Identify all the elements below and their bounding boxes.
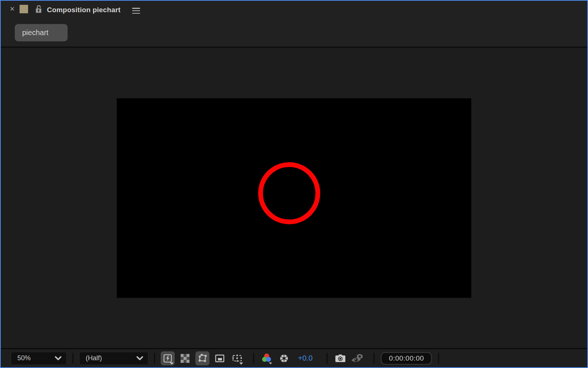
mask-path-icon <box>198 353 208 363</box>
chevron-down-icon <box>55 356 62 361</box>
composition-panel-window: ✕ Composition piechart piechart 50% <box>0 0 588 368</box>
current-time-field[interactable]: 0:00:00:00 <box>381 352 432 365</box>
panel-title: Composition piechart <box>47 6 120 14</box>
toolbar-separator <box>72 353 74 364</box>
aperture-icon <box>279 353 289 364</box>
toolbar-separator <box>438 353 439 364</box>
region-of-interest-button[interactable] <box>213 351 227 365</box>
transparency-grid-button[interactable] <box>178 351 192 365</box>
mask-visibility-button[interactable] <box>195 351 209 365</box>
toolbar-separator <box>154 353 155 364</box>
tab-piechart[interactable]: piechart <box>15 24 68 41</box>
panel-menu-icon[interactable] <box>132 8 140 14</box>
grid-and-guides-button[interactable] <box>230 351 244 365</box>
dropdown-arrow-icon <box>239 362 243 365</box>
composition-canvas[interactable] <box>117 98 471 298</box>
chevron-down-icon <box>136 356 143 361</box>
tab-piechart-label: piechart <box>22 28 48 37</box>
fast-previews-button[interactable] <box>161 351 175 365</box>
take-snapshot-button[interactable] <box>333 351 347 365</box>
exposure-value[interactable]: +0.0 <box>298 354 312 362</box>
channel-settings-button[interactable] <box>260 351 274 365</box>
panel-header: ✕ Composition piechart piechart <box>1 1 587 48</box>
region-of-interest-icon <box>215 354 225 363</box>
dropdown-arrow-icon <box>170 362 174 365</box>
lightning-bolt-icon <box>163 354 172 363</box>
grid-guides-icon <box>232 354 243 363</box>
toolbar-separator <box>373 353 375 364</box>
snapshot-eye-icon <box>351 353 364 364</box>
close-panel-button[interactable]: ✕ <box>8 5 16 13</box>
show-snapshot-button[interactable] <box>351 351 365 365</box>
viewer-toolbar: 50% (Half) <box>1 348 587 367</box>
toolbar-separator <box>327 353 328 364</box>
panel-grip-icon <box>20 5 28 13</box>
resolution-value: (Half) <box>86 354 102 362</box>
camera-icon <box>335 354 346 363</box>
lock-unlocked-icon[interactable] <box>35 4 42 14</box>
magnification-value: 50% <box>17 354 31 362</box>
reset-exposure-button[interactable] <box>277 351 291 365</box>
rgb-channels-icon <box>261 352 273 364</box>
magnification-dropdown[interactable]: 50% <box>11 352 67 365</box>
checkerboard-icon <box>181 354 189 363</box>
red-circle-shape <box>258 162 320 224</box>
composition-viewer[interactable] <box>1 49 587 348</box>
toolbar-separator <box>253 353 254 364</box>
resolution-dropdown[interactable]: (Half) <box>79 352 148 365</box>
